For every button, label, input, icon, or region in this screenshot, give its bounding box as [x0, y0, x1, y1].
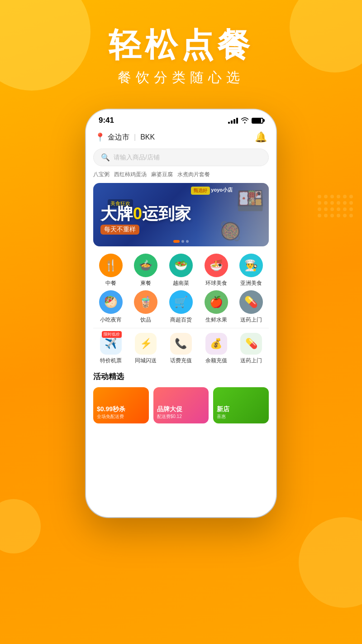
notification-bell-icon[interactable]: 🔔 [255, 131, 267, 143]
status-bar: 9:41 [86, 110, 276, 128]
phone-mockup-wrapper: 9:41 📍 [0, 110, 362, 517]
category-khmer[interactable]: 🍲 柬餐 [129, 254, 164, 287]
service-medicine-delivery[interactable]: 💊 送药上门 [233, 333, 269, 364]
category-asian-label: 亚洲美食 [240, 280, 262, 287]
category-snacks-label: 小吃夜宵 [100, 317, 122, 323]
asian-food-icon: 👨‍🍳 [239, 254, 263, 277]
vietnamese-food-icon: 🥗 [169, 254, 193, 277]
category-drinks[interactable]: 🧋 饮品 [129, 290, 164, 323]
card-brand-title: 品牌大促 [157, 405, 205, 413]
category-supermarket-label: 商超百货 [170, 317, 192, 323]
search-tag-4[interactable]: 水煮肉片套餐 [177, 171, 210, 178]
flash-icon: ⚡ [135, 333, 157, 355]
snacks-icon: 🥙 [99, 290, 123, 314]
signal-icon [228, 118, 238, 124]
category-snacks[interactable]: 🥙 小吃夜宵 [93, 290, 129, 323]
banner-sub-text: 每天不重样 [100, 225, 139, 235]
food-categories-row1: 🍴 中餐 🍲 柬餐 🥗 越南菜 🍜 环球美食 👨‍🍳 亚洲美食 [86, 246, 276, 287]
location-pin-icon: 📍 [95, 132, 105, 142]
category-medicine[interactable]: 💊 送药上门 [233, 290, 269, 323]
flights-icon: ✈️ 限时低价 [100, 333, 122, 355]
activity-section: 活动精选 $0.99秒杀 全场免配送费 品牌大促 配送费$0.12 新店 喜惠 [86, 364, 276, 423]
search-bar[interactable]: 🔍 请输入商品/店铺 [93, 149, 269, 166]
location-info[interactable]: 📍 金边市 | BKK [95, 132, 155, 142]
khmer-food-icon: 🍲 [134, 254, 157, 277]
card-brand-subtitle: 配送费$0.12 [157, 413, 205, 420]
category-chinese-label: 中餐 [105, 280, 116, 287]
category-medicine-label: 送药上门 [240, 317, 262, 323]
search-tag-1[interactable]: 八宝粥 [93, 171, 110, 178]
status-icons [228, 117, 263, 124]
location-divider: | [134, 133, 136, 141]
category-drinks-label: 饮品 [140, 317, 151, 323]
medicine-icon: 💊 [239, 290, 263, 314]
search-placeholder-text: 请输入商品/店铺 [114, 154, 160, 162]
chinese-food-icon: 🍴 [99, 254, 123, 277]
category-vietnamese-label: 越南菜 [173, 280, 189, 287]
services-row: ✈️ 限时低价 特价机票 ⚡ 同城闪送 📞 话费充值 💰 [86, 328, 276, 364]
search-tag-2[interactable]: 西红柿鸡蛋汤 [114, 171, 147, 178]
location-bar[interactable]: 📍 金边市 | BKK 🔔 [86, 128, 276, 146]
hero-section: 轻松点餐 餐饮分类随心选 [0, 0, 362, 87]
balance-icon: 💰 [205, 333, 227, 355]
banner-main-text: 大牌0运到家 [100, 206, 191, 222]
category-fresh-label: 生鲜水果 [205, 317, 227, 323]
fresh-food-icon: 🍎 [205, 290, 228, 314]
activity-card-new-store[interactable]: 新店 喜惠 [213, 387, 269, 423]
status-time: 9:41 [99, 116, 114, 125]
category-supermarket[interactable]: 🛒 商超百货 [163, 290, 199, 323]
card-new-store-title: 新店 [217, 405, 265, 413]
card-flash-sale-title: $0.99秒杀 [97, 405, 145, 413]
activity-card-flash-sale[interactable]: $0.99秒杀 全场免配送费 [93, 387, 149, 423]
category-chinese[interactable]: 🍴 中餐 [93, 254, 129, 287]
topup-icon: 📞 [170, 333, 192, 355]
service-topup-label: 话费充值 [170, 357, 192, 364]
phone-mockup: 9:41 📍 [86, 110, 276, 517]
category-global[interactable]: 🍜 环球美食 [199, 254, 234, 287]
banner-dots [173, 240, 189, 243]
activity-card-brand[interactable]: 品牌大促 配送费$0.12 [153, 387, 209, 423]
search-icon: 🔍 [101, 153, 110, 162]
search-tag-3[interactable]: 麻婆豆腐 [151, 171, 173, 178]
hero-subtitle: 餐饮分类随心选 [0, 68, 362, 87]
category-global-label: 环球美食 [205, 280, 227, 287]
search-tags-row: 八宝粥 西红柿鸡蛋汤 麻婆豆腐 水煮肉片套餐 [86, 170, 276, 183]
service-flights-label: 特价机票 [100, 357, 122, 364]
location-code: BKK [140, 133, 155, 141]
activity-section-title: 活动精选 [93, 371, 269, 382]
battery-icon [252, 118, 263, 124]
service-flash-label: 同城闪送 [135, 357, 157, 364]
promo-banner[interactable]: 美食狂欢 大牌0运到家 每天不重样 🍱 🥘 甄选好 yoyo小店 [93, 183, 269, 246]
banner-promo-tag: 甄选好 [191, 187, 210, 195]
banner-dot-3 [186, 240, 189, 243]
supermarket-icon: 🛒 [169, 290, 193, 314]
banner-store-tag: yoyo小店 [211, 187, 233, 193]
service-flash[interactable]: ⚡ 同城闪送 [129, 333, 164, 364]
drinks-icon: 🧋 [134, 290, 157, 314]
service-topup[interactable]: 📞 话费充值 [163, 333, 199, 364]
service-flights[interactable]: ✈️ 限时低价 特价机票 [93, 333, 129, 364]
category-fresh[interactable]: 🍎 生鲜水果 [199, 290, 234, 323]
card-flash-sale-subtitle: 全场免配送费 [97, 413, 145, 420]
bg-decoration-circle-br [299, 517, 362, 608]
activity-cards-row: $0.99秒杀 全场免配送费 品牌大促 配送费$0.12 新店 喜惠 [93, 387, 269, 423]
banner-dot-1 [173, 240, 180, 243]
location-city: 金边市 [108, 133, 129, 142]
hero-title: 轻松点餐 [0, 27, 362, 63]
banner-dot-2 [181, 240, 184, 243]
global-food-icon: 🍜 [205, 254, 228, 277]
service-balance[interactable]: 💰 余额充值 [199, 333, 234, 364]
service-balance-label: 余额充值 [205, 357, 227, 364]
category-khmer-label: 柬餐 [140, 280, 151, 287]
category-asian[interactable]: 👨‍🍳 亚洲美食 [233, 254, 269, 287]
card-new-store-subtitle: 喜惠 [217, 413, 265, 420]
wifi-icon [241, 117, 249, 124]
service-medicine-delivery-label: 送药上门 [240, 357, 262, 364]
flights-badge: 限时低价 [102, 331, 122, 338]
category-vietnamese[interactable]: 🥗 越南菜 [163, 254, 199, 287]
food-categories-row2: 🥙 小吃夜宵 🧋 饮品 🛒 商超百货 🍎 生鲜水果 💊 送药上门 [86, 287, 276, 323]
medicine-delivery-icon: 💊 [240, 333, 262, 355]
